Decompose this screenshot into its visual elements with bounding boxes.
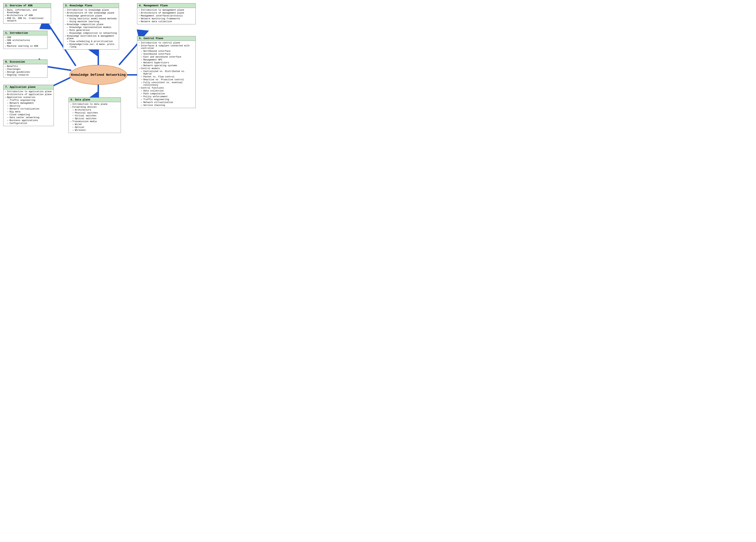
- list-item: Northbound interface: [139, 50, 194, 53]
- list-item: Ongoing research: [5, 74, 45, 76]
- list-item: SDN architectures: [5, 39, 45, 42]
- list-item: Network virtualization: [139, 101, 194, 104]
- list-item: Forwarding devices: [71, 106, 119, 109]
- list-item: KDN Vs. SDN Vs. traditional network: [5, 17, 49, 22]
- list-item: Using heuristic model-based methods: [65, 17, 117, 20]
- list-item: Policy enforcement: [139, 95, 194, 98]
- box-control: 5. Control Plane Introduction to control…: [137, 36, 196, 108]
- svg-line-9: [48, 67, 71, 70]
- box-control-list: Introduction to control plane Interfaces…: [139, 41, 194, 107]
- list-item: Using machine learning: [65, 20, 117, 23]
- list-item: Control models: [139, 67, 194, 70]
- list-item: Introduction to knowledge plane: [65, 9, 117, 12]
- box-intro-list: SDN SDN architectures KDN Machine learni…: [5, 36, 45, 48]
- list-item: Optical: [71, 126, 119, 129]
- list-item: Service chaining: [139, 104, 194, 107]
- box-intro-header: 1. Introduction: [3, 31, 47, 35]
- list-item: Knowledge representation models: [65, 26, 117, 29]
- box-overview: 2. Overview of KDN Data, information, an…: [3, 3, 51, 24]
- list-item: Rule generation: [65, 29, 117, 32]
- list-item: Knowledge/rule exc. & mana. proto. /lang…: [65, 43, 117, 48]
- list-item: Application scenarios: [5, 96, 52, 99]
- box-data: 6. Data plane Introduction to data plane…: [69, 97, 121, 133]
- list-item: Network virtualization: [5, 107, 52, 110]
- list-item: Control functions: [139, 87, 194, 89]
- list-item: Introduction to data plane: [71, 103, 119, 106]
- box-overview-header: 2. Overview of KDN: [3, 3, 51, 8]
- box-application-header: 7. Application plane: [3, 85, 54, 89]
- list-item: Data collection: [139, 89, 194, 92]
- list-item: Architecture: [71, 109, 119, 111]
- list-item: Introduction to management plane: [139, 9, 194, 12]
- list-item: Introduction to control plane: [139, 41, 194, 44]
- list-item: Benefits: [5, 65, 45, 68]
- box-knowledge-list: Introduction to knowledge plane Architec…: [65, 9, 117, 48]
- box-data-header: 6. Data plane: [69, 98, 121, 102]
- list-item: Introduction to application plane: [5, 90, 52, 93]
- list-item: Architecture of application plane: [5, 93, 52, 96]
- list-item: Management API: [139, 58, 194, 61]
- list-item: Design guidelines: [5, 71, 45, 74]
- list-item: Transmission media: [71, 120, 119, 123]
- box-knowledge-header: 3. Knowledge Plane: [63, 3, 119, 8]
- list-item: Packet vs. Flow control: [139, 75, 194, 78]
- list-item: Network hypervisors: [139, 61, 194, 64]
- list-item: Path computation: [139, 92, 194, 95]
- box-management-list: Introduction to management plane Archite…: [139, 9, 194, 23]
- list-item: Traffic engineering: [5, 99, 52, 102]
- list-item: Knowledge composition plane: [65, 23, 117, 26]
- list-item: Architecture of management plane: [139, 12, 194, 14]
- list-item: Cloud computing: [5, 113, 52, 116]
- list-item: Virtual switches: [71, 114, 119, 117]
- list-item: Centralized vs. Distributed vs. Hybrid: [139, 70, 194, 75]
- list-item: Physical switches: [71, 111, 119, 114]
- box-control-header: 5. Control Plane: [137, 36, 195, 41]
- list-item: Wired: [71, 123, 119, 126]
- list-item: Security: [5, 105, 52, 107]
- list-item: Big data: [5, 110, 52, 113]
- list-item: Management interfaces/protocols: [139, 14, 194, 17]
- list-item: Reactive vs. Proactive control: [139, 78, 194, 81]
- list-item: Network data collection: [139, 20, 194, 23]
- box-discussion-list: Benefits Challenges Design guidelines On…: [5, 65, 45, 76]
- box-application: 7. Application plane Introduction to app…: [3, 85, 54, 126]
- center-label: Knowledge Defined Networking: [71, 73, 126, 77]
- list-item: Challenges: [5, 68, 45, 71]
- list-item: Data center networking: [5, 116, 52, 119]
- list-item: Wireless: [71, 129, 119, 132]
- list-item: Network operating systems: [139, 64, 194, 67]
- list-item: Traffic engineering: [139, 98, 194, 101]
- list-item: Architecture of KDN: [5, 14, 49, 17]
- box-knowledge: 3. Knowledge Plane Introduction to knowl…: [63, 3, 119, 50]
- list-item: Data, information, and Knowledge: [5, 9, 49, 14]
- list-item: Southbound interface: [139, 53, 194, 56]
- list-item: Business applications: [5, 119, 52, 122]
- box-discussion-header: 8. Discussion: [3, 60, 47, 64]
- box-discussion: 8. Discussion Benefits Challenges Design…: [3, 60, 47, 78]
- center-ellipse: Knowledge Defined Networking: [69, 65, 127, 85]
- box-management: 4. Management Plane Introduction to mana…: [137, 3, 196, 24]
- list-item: Network monitoring frameworks: [139, 17, 194, 20]
- box-overview-list: Data, information, and Knowledge Archite…: [5, 9, 49, 22]
- list-item: Knowledge generation plane: [65, 14, 117, 17]
- list-item: Fully consistent vs. eventual consistenc…: [139, 81, 194, 87]
- list-item: Interfaces & subplans connected with con…: [139, 44, 194, 50]
- list-item: Network management: [5, 102, 52, 105]
- list-item: East and westbound interface: [139, 56, 194, 58]
- list-item: Flow scheduling & prioritization: [65, 40, 117, 43]
- list-item: SDN: [5, 36, 45, 39]
- list-item: Configuration: [5, 122, 52, 125]
- box-management-header: 4. Management Plane: [137, 3, 195, 8]
- list-item: Knowledge distribution & management plan…: [65, 35, 117, 40]
- list-item: Architecture of the knowledge plane: [65, 12, 117, 14]
- diagram-container: 2. Overview of KDN Data, information, an…: [0, 0, 198, 148]
- list-item: KDN: [5, 42, 45, 45]
- box-intro: 1. Introduction SDN SDN architectures KD…: [3, 31, 47, 49]
- box-application-list: Introduction to application plane Archit…: [5, 90, 52, 125]
- list-item: Knowledge composition in networking: [65, 32, 117, 35]
- list-item: Machine learning in KDN: [5, 45, 45, 48]
- list-item: Optical switches: [71, 117, 119, 120]
- box-data-list: Introduction to data plane Forwarding de…: [71, 103, 119, 132]
